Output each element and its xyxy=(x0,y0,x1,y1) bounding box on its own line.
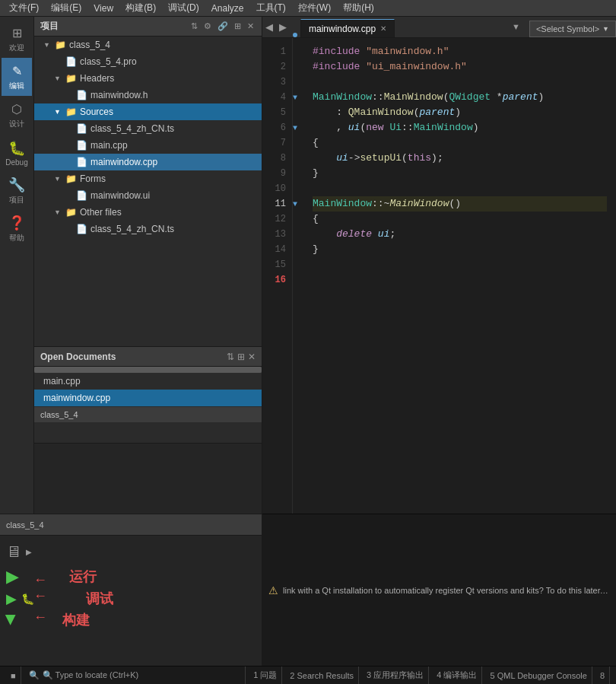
open-docs-close-icon[interactable]: ✕ xyxy=(248,352,256,362)
tree-item-other-files[interactable]: ▼ 📁 Other files xyxy=(34,204,262,221)
sources-folder-icon: 📁 xyxy=(65,106,77,118)
status-search-results[interactable]: 2 Search Results xyxy=(285,667,359,685)
tree-item-ts2[interactable]: ▶ 📄 class_5_4_zh_CN.ts xyxy=(34,221,262,237)
fold-3 xyxy=(293,75,303,90)
sidebar-item-help[interactable]: ❓ 帮助 xyxy=(2,210,32,248)
forms-folder-icon: 📁 xyxy=(65,173,77,185)
tree-item-mainwindow-cpp[interactable]: ▶ 📄 mainwindow.cpp xyxy=(34,154,262,170)
menu-build[interactable]: 构建(B) xyxy=(119,0,162,16)
line-num-3: 3 xyxy=(262,75,292,90)
tree-header-title: 项目 xyxy=(40,20,59,33)
code-line-5: : QMainWindow(parent) xyxy=(313,105,607,120)
sidebar-item-debug[interactable]: 🐛 Debug xyxy=(2,134,32,172)
app-output-label: 3 应用程序输出 xyxy=(367,670,424,681)
sidebar-item-welcome[interactable]: ⊞ 欢迎 xyxy=(2,20,32,58)
display-icon: 🖥 xyxy=(6,543,21,561)
code-line-4: MainWindow::MainWindow(QWidget *parent) xyxy=(313,90,607,105)
doc-item-main-cpp[interactable]: main.cpp xyxy=(34,373,262,390)
status-compile-output[interactable]: 4 编译输出 xyxy=(432,667,482,685)
line-num-7: 7 xyxy=(262,135,292,151)
tree-sync-icon[interactable]: ⇅ xyxy=(189,21,199,32)
tab-nav-left[interactable]: ◀ xyxy=(262,17,276,37)
tab-dropdown[interactable]: ▼ xyxy=(506,17,526,37)
fold-10 xyxy=(293,181,303,196)
menu-help[interactable]: 帮助(H) xyxy=(337,0,380,16)
search-label: 🔍 Type to locate (Ctrl+K) xyxy=(43,670,139,680)
tree-close-icon[interactable]: ✕ xyxy=(246,21,256,32)
menu-controls[interactable]: 控件(W) xyxy=(292,0,337,16)
tree-item-main-cpp[interactable]: ▶ 📄 main.cpp xyxy=(34,137,262,154)
menu-edit[interactable]: 编辑(E) xyxy=(45,0,87,16)
display-row: 🖥 ▶ xyxy=(6,543,256,561)
tab-modified-dot xyxy=(293,33,297,37)
open-docs-sort-icon[interactable]: ⇅ xyxy=(227,352,234,362)
tree-item-forms[interactable]: ▼ 📁 Forms xyxy=(34,170,262,187)
tree-split-icon[interactable]: ⊞ xyxy=(233,21,243,32)
tree-item-mainwindow-ui[interactable]: ▶ 📄 mainwindow.ui xyxy=(34,187,262,204)
open-docs-split-icon[interactable]: ⊞ xyxy=(237,352,245,362)
doc-item-mainwindow-cpp[interactable]: mainwindow.cpp xyxy=(34,390,262,406)
status-qml-debug[interactable]: 5 QML Debugger Console xyxy=(485,667,592,685)
menu-debug[interactable]: 调试(D) xyxy=(162,0,205,16)
fold-4[interactable]: ▼ xyxy=(293,90,303,105)
fold-arrow-4[interactable]: ▼ xyxy=(293,94,297,102)
fold-arrow-11[interactable]: ▼ xyxy=(293,200,297,208)
code-line-10 xyxy=(313,181,607,196)
code-line-9: } xyxy=(313,166,607,181)
code-line-15 xyxy=(313,257,607,272)
tree-label-other-files: Other files xyxy=(80,207,122,218)
fold-arrow-6[interactable]: ▼ xyxy=(293,124,297,132)
tree-header: 项目 ⇅ ⚙ 🔗 ⊞ ✕ xyxy=(34,17,262,37)
tree-item-class_5_4[interactable]: ▼ 📁 class_5_4 xyxy=(34,37,262,53)
run-button[interactable]: ▶ xyxy=(6,567,19,587)
build-button[interactable]: ▶ xyxy=(3,615,20,625)
tab-nav-right[interactable]: ▶ xyxy=(276,17,290,37)
code-line-3 xyxy=(313,75,607,90)
status-problems[interactable]: 1 问题 xyxy=(249,667,282,685)
tree-link-icon[interactable]: 🔗 xyxy=(216,21,230,32)
tree-arrow-other: ▼ xyxy=(54,208,65,216)
tree-item-headers[interactable]: ▼ 📁 Headers xyxy=(34,70,262,87)
fold-5 xyxy=(293,105,303,120)
status-search[interactable]: 🔍 🔍 Type to locate (Ctrl+K) xyxy=(24,667,246,685)
h-file-icon: 📄 xyxy=(75,89,87,101)
tree-label-mainwindow-h: mainwindow.h xyxy=(90,90,148,100)
line-num-16: 16 xyxy=(262,272,292,288)
sidebar-item-label-design: 设计 xyxy=(9,119,24,129)
code-content[interactable]: #include "mainwindow.h" #include "ui_mai… xyxy=(303,38,616,514)
sidebar-item-projects[interactable]: 🔧 项目 xyxy=(2,172,32,210)
fold-arrows-column: ▼ ▼ ▼ xyxy=(293,38,303,514)
help-icon: ❓ xyxy=(8,215,25,231)
debug-button-icon: 🐛 xyxy=(21,593,34,605)
fold-6[interactable]: ▼ xyxy=(293,120,303,135)
ui-file-icon: 📄 xyxy=(75,189,87,202)
sidebar-item-edit[interactable]: ✎ 编辑 xyxy=(2,58,32,96)
tab-close-button[interactable]: ✕ xyxy=(380,24,386,33)
status-extra[interactable]: 8 xyxy=(595,667,610,685)
tree-item-sources[interactable]: ▼ 📁 Sources xyxy=(34,103,262,120)
debug-button[interactable]: ▶ xyxy=(6,590,17,607)
code-line-16 xyxy=(313,272,607,288)
status-stop[interactable]: ■ xyxy=(6,667,21,685)
tab-mainwindow-cpp[interactable]: mainwindow.cpp ✕ xyxy=(300,19,395,37)
code-line-6: , ui(new Ui::MainWindow) xyxy=(313,120,607,135)
menu-view[interactable]: View xyxy=(87,2,119,15)
tree-item-mainwindow-h[interactable]: ▶ 📄 mainwindow.h xyxy=(34,87,262,103)
other-files-folder-icon: 📁 xyxy=(65,206,77,218)
menu-file[interactable]: 文件(F) xyxy=(3,0,45,16)
symbol-selector[interactable]: <Select Symbol> ▼ xyxy=(529,21,616,37)
fold-11[interactable]: ▼ xyxy=(293,196,303,212)
main-area: ⊞ 欢迎 ✎ 编辑 ⬡ 设计 🐛 Debug 🔧 项目 ❓ 帮助 项目 xyxy=(0,17,616,514)
sidebar-item-design[interactable]: ⬡ 设计 xyxy=(2,96,32,134)
open-docs-scrollbar[interactable] xyxy=(34,367,262,373)
menu-analyze[interactable]: Analyze xyxy=(205,2,250,15)
tree-filter-icon[interactable]: ⚙ xyxy=(202,21,213,32)
status-app-output[interactable]: 3 应用程序输出 xyxy=(362,667,429,685)
tree-item-ts1[interactable]: ▶ 📄 class_5_4_zh_CN.ts xyxy=(34,120,262,137)
tree-label-headers: Headers xyxy=(80,73,114,84)
menu-tools[interactable]: 工具(T) xyxy=(250,0,292,16)
tree-label-main-cpp: main.cpp xyxy=(90,140,128,151)
tree-item-pro[interactable]: ▶ 📄 class_5_4.pro xyxy=(34,53,262,70)
fold-8 xyxy=(293,151,303,166)
symbol-selector-label: <Select Symbol> xyxy=(536,24,599,33)
